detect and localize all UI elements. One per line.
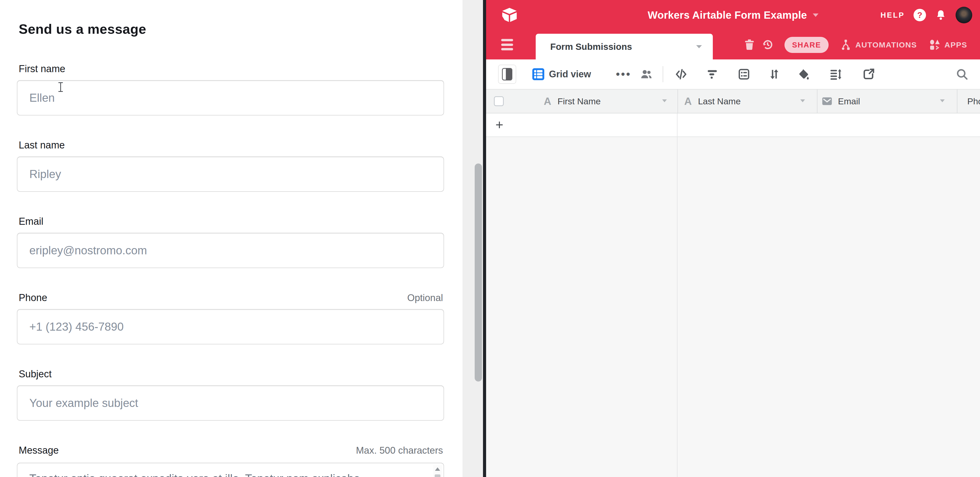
- email-placeholder: eripley@nostromo.com: [29, 244, 147, 257]
- subject-placeholder: Your example subject: [29, 396, 138, 409]
- text-field-icon: A: [684, 95, 692, 107]
- collaborators-icon: [640, 68, 653, 81]
- phone-placeholder: +1 (123) 456-7890: [29, 320, 124, 333]
- trash-icon[interactable]: [743, 38, 756, 51]
- row-height-icon: [829, 68, 842, 81]
- airtable-tab-bar: Form Submissions SHARE: [486, 30, 980, 59]
- view-switcher[interactable]: Grid view: [532, 59, 591, 89]
- text-field-icon: A: [544, 95, 551, 107]
- color-button[interactable]: [797, 59, 810, 89]
- toolbar-divider: [663, 66, 663, 82]
- first-name-label: First name: [19, 63, 65, 74]
- base-title-caret-icon[interactable]: [813, 14, 818, 17]
- add-record-plus-icon[interactable]: +: [495, 117, 503, 133]
- column-header-email[interactable]: Email: [821, 90, 935, 113]
- column-name: Last Name: [698, 96, 741, 106]
- column-menu-caret-icon[interactable]: [800, 100, 805, 102]
- notifications-bell-icon[interactable]: [935, 9, 947, 21]
- column-divider[interactable]: [678, 90, 678, 113]
- apps-button[interactable]: APPS: [929, 30, 967, 59]
- textarea-scroll-thumb[interactable]: [435, 474, 441, 477]
- group-button[interactable]: [737, 59, 751, 89]
- page-scroll-thumb[interactable]: [475, 163, 482, 382]
- email-input[interactable]: eripley@nostromo.com: [17, 233, 444, 268]
- phone-label: Phone: [19, 292, 47, 303]
- grid-header-row: A First Name A Last Name Email: [486, 90, 980, 113]
- automations-icon: [840, 39, 852, 51]
- email-label: Email: [19, 216, 43, 227]
- email-field-icon: [821, 95, 833, 107]
- phone-input[interactable]: +1 (123) 456-7890: [17, 309, 444, 344]
- column-menu-caret-icon[interactable]: [940, 100, 945, 102]
- column-divider: [677, 113, 678, 477]
- airtable-pane: Workers Airtable Form Example HELP ? For…: [486, 0, 980, 477]
- last-name-input[interactable]: Ripley: [17, 157, 444, 192]
- column-menu-caret-icon[interactable]: [662, 100, 667, 102]
- subject-label: Subject: [19, 369, 52, 380]
- column-header-first-name[interactable]: A First Name: [544, 90, 674, 113]
- scroll-up-arrow-icon[interactable]: [435, 467, 440, 471]
- grid-view-icon: [532, 68, 544, 80]
- apps-label: APPS: [944, 41, 967, 49]
- add-record-row[interactable]: +: [486, 113, 980, 137]
- view-sidebar-toggle-button[interactable]: [498, 65, 516, 84]
- window-divider: [483, 0, 486, 477]
- table-tab-caret-icon[interactable]: [696, 45, 702, 48]
- hide-fields-button[interactable]: [675, 59, 687, 89]
- sort-button[interactable]: [768, 59, 781, 89]
- help-question-icon[interactable]: ?: [913, 9, 926, 21]
- column-divider[interactable]: [957, 90, 958, 113]
- last-name-placeholder: Ripley: [29, 168, 61, 181]
- message-text: Tenetur optio quaerat expedita vero et i…: [29, 471, 414, 477]
- search-icon: [956, 68, 969, 81]
- filter-button[interactable]: [706, 59, 719, 89]
- table-tab-form-submissions[interactable]: Form Submissions: [536, 34, 713, 59]
- row-height-button[interactable]: [829, 59, 842, 89]
- textarea-scrollbar[interactable]: [433, 465, 442, 477]
- help-button[interactable]: HELP: [881, 11, 905, 19]
- apps-icon: [929, 39, 941, 51]
- more-options-icon: •••: [616, 68, 631, 81]
- filter-icon: [706, 68, 719, 81]
- automations-label: AUTOMATIONS: [855, 41, 917, 49]
- first-name-placeholder: Ellen: [29, 91, 55, 104]
- share-button[interactable]: SHARE: [784, 37, 829, 53]
- more-options-button[interactable]: •••: [616, 59, 631, 89]
- collaborators-button[interactable]: [640, 59, 653, 89]
- first-name-input[interactable]: Ellen: [17, 80, 444, 116]
- hide-fields-icon: [675, 68, 687, 81]
- sort-icon: [768, 68, 781, 81]
- base-title[interactable]: Workers Airtable Form Example: [648, 10, 807, 21]
- view-toolbar: Grid view •••: [486, 59, 980, 90]
- select-all-checkbox[interactable]: [494, 96, 504, 106]
- share-label: SHARE: [792, 41, 821, 49]
- automations-button[interactable]: AUTOMATIONS: [840, 30, 917, 59]
- column-header-last-name[interactable]: A Last Name: [684, 90, 801, 113]
- airtable-top-bar: Workers Airtable Form Example HELP ?: [486, 0, 980, 30]
- subject-input[interactable]: Your example subject: [17, 385, 444, 421]
- column-divider[interactable]: [817, 90, 818, 113]
- share-view-icon: [862, 68, 875, 81]
- contact-form-pane: Send us a message First name Ellen Last …: [0, 0, 463, 477]
- tables-menu-icon[interactable]: [501, 39, 513, 50]
- view-name: Grid view: [549, 69, 591, 80]
- message-label: Message: [19, 445, 59, 456]
- last-name-label: Last name: [19, 139, 65, 151]
- color-icon: [797, 68, 810, 81]
- phone-optional-note: Optional: [407, 293, 443, 303]
- message-maxchars-note: Max. 500 characters: [356, 445, 443, 456]
- group-icon: [737, 68, 751, 81]
- column-name: Email: [838, 96, 860, 106]
- search-button[interactable]: [956, 59, 969, 89]
- screen: Send us a message First name Ellen Last …: [0, 0, 980, 477]
- text-cursor-icon: [58, 82, 64, 92]
- form-title: Send us a message: [17, 21, 444, 37]
- history-icon[interactable]: [761, 38, 774, 51]
- page-scrollbar[interactable]: [463, 0, 483, 477]
- user-avatar[interactable]: [956, 7, 972, 23]
- table-tab-label: Form Submissions: [550, 41, 632, 52]
- column-header-phone[interactable]: Phone: [962, 90, 980, 113]
- message-textarea[interactable]: Tenetur optio quaerat expedita vero et i…: [17, 463, 444, 477]
- column-name: First Name: [557, 96, 601, 106]
- share-view-button[interactable]: [862, 59, 875, 89]
